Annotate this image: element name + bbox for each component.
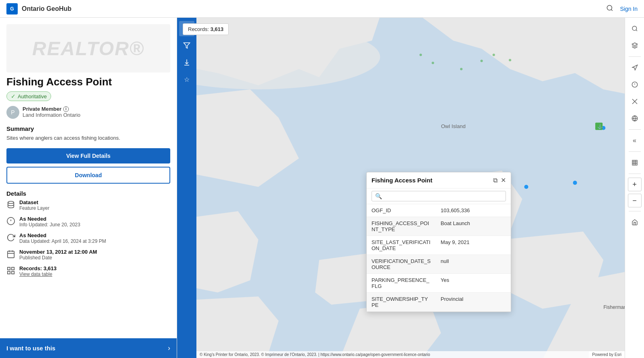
- detail-info-update-text: As Needed Info Updated: June 20, 2023: [19, 216, 80, 228]
- svg-point-39: [431, 62, 434, 64]
- member-avatar: P: [6, 106, 19, 119]
- summary-title: Summary: [6, 125, 170, 132]
- bookmark-toolbar-btn[interactable]: ☆: [179, 72, 194, 87]
- summary-section: Summary Sites where anglers can access f…: [6, 125, 170, 142]
- popup-key: FISHING_ACCESS_POINT_TYPE: [367, 217, 436, 236]
- layers-btn[interactable]: [627, 38, 642, 53]
- svg-point-0: [607, 5, 612, 10]
- chevron-right-icon: ›: [168, 344, 170, 352]
- svg-point-29: [573, 181, 577, 185]
- svg-marker-43: [632, 43, 637, 46]
- location-btn[interactable]: [627, 77, 642, 92]
- popup-close-icon[interactable]: ✕: [501, 176, 506, 184]
- table-btn[interactable]: [627, 155, 642, 170]
- popup-value: May 9, 2021: [436, 236, 511, 255]
- table-row: VERIFICATION_DATE_SOURCEnull: [367, 255, 511, 274]
- home-btn[interactable]: [627, 215, 642, 230]
- info-icon[interactable]: i: [63, 106, 69, 112]
- summary-text: Sites where anglers can access fishing l…: [6, 135, 170, 142]
- page-title: Fishing Access Point: [6, 76, 170, 88]
- records-badge-count: 3,613: [211, 26, 224, 32]
- map-toolbar-right: « + −: [625, 18, 644, 358]
- dataset-icon: [6, 200, 15, 209]
- divider3: [629, 151, 641, 152]
- popup-header: Fishing Access Point ⧉ ✕: [367, 172, 511, 188]
- filter-toolbar-btn[interactable]: [179, 38, 194, 53]
- svg-line-1: [611, 9, 613, 10]
- popup-value: Yes: [436, 274, 511, 293]
- search-right-btn[interactable]: [627, 21, 642, 36]
- table-row: PARKING_PRESENCE_FLGYes: [367, 274, 511, 293]
- watermark-text: REALTOR®: [32, 37, 144, 60]
- authoritative-label: Authoritative: [18, 93, 47, 99]
- map-toolbar-left: ℹ ☆: [177, 18, 196, 358]
- map-copyright: © King's Printer for Ontario, 2023. © Im…: [196, 351, 625, 358]
- records-badge: Records: 3,613: [183, 23, 229, 35]
- measure-btn[interactable]: [627, 94, 642, 109]
- popup-value: 103,605,336: [436, 204, 511, 217]
- divider5: [629, 211, 641, 211]
- draw-btn[interactable]: [627, 60, 642, 75]
- records-icon: [6, 266, 15, 275]
- popup-expand-icon[interactable]: ⧉: [493, 177, 497, 184]
- download-toolbar-btn[interactable]: [179, 55, 194, 70]
- zoom-out-btn[interactable]: −: [628, 194, 642, 207]
- popup-value: null: [436, 255, 511, 274]
- svg-point-36: [509, 59, 511, 61]
- svg-point-37: [460, 68, 462, 70]
- svg-point-34: [480, 60, 483, 62]
- calendar-icon: [6, 250, 15, 259]
- member-label: Private Member i: [23, 106, 80, 112]
- use-this-bar[interactable]: I want to use this ›: [0, 338, 177, 358]
- svg-point-35: [493, 54, 495, 56]
- detail-dataset: Dataset Feature Layer: [6, 199, 170, 211]
- table-row: FISHING_ACCESS_POINT_TYPEBoat Launch: [367, 217, 511, 236]
- detail-dataset-text: Dataset Feature Layer: [19, 199, 50, 211]
- svg-rect-13: [8, 271, 10, 274]
- popup-search: 🔍: [367, 188, 511, 204]
- svg-rect-11: [12, 267, 14, 270]
- download-button[interactable]: Download: [6, 167, 170, 184]
- view-full-details-button[interactable]: View Full Details: [6, 148, 170, 163]
- detail-published-text: November 13, 2012 at 12:00 AM Published …: [19, 249, 97, 261]
- header-left: G Ontario GeoHub: [6, 3, 72, 14]
- divider2: [629, 129, 641, 130]
- member-org: Land Information Ontario: [23, 112, 80, 118]
- powered-by: Powered by Esri: [589, 351, 625, 358]
- svg-rect-10: [8, 267, 10, 270]
- collapse-btn[interactable]: «: [627, 133, 642, 148]
- popup-search-icon: 🔍: [375, 193, 382, 199]
- details-title: Details: [6, 190, 170, 197]
- zoom-in-btn[interactable]: +: [628, 178, 642, 191]
- signin-button[interactable]: Sign In: [620, 6, 638, 12]
- sidebar-content: REALTOR® Fishing Access Point ✓ Authorit…: [0, 18, 177, 290]
- detail-published: November 13, 2012 at 12:00 AM Published …: [6, 249, 170, 261]
- data-update-icon: [6, 233, 15, 242]
- table-row: SITE_LAST_VERIFICATION_DATEMay 9, 2021: [367, 236, 511, 255]
- sidebar: REALTOR® Fishing Access Point ✓ Authorit…: [0, 18, 177, 358]
- popup-key: VERIFICATION_DATE_SOURCE: [367, 255, 436, 274]
- popup-value: Boat Launch: [436, 217, 511, 236]
- popup-value: Provincial: [436, 293, 511, 312]
- divider: [629, 56, 641, 57]
- search-icon[interactable]: [606, 4, 613, 13]
- table-row: SITE_OWNERSHIP_TYPEProvincial: [367, 293, 511, 312]
- detail-data-update-text: As Needed Data Updated: April 16, 2024 a…: [19, 232, 106, 244]
- site-title: Ontario GeoHub: [22, 5, 72, 12]
- use-this-label: I want to use this: [6, 345, 56, 352]
- table-row: OGF_ID103,605,336: [367, 204, 511, 217]
- svg-line-42: [636, 30, 637, 31]
- header: G Ontario GeoHub Sign In: [0, 0, 644, 18]
- basemap-btn[interactable]: [627, 111, 642, 126]
- svg-point-27: [524, 185, 528, 189]
- member-info: Private Member i Land Information Ontari…: [23, 106, 80, 118]
- popup-key: PARKING_PRESENCE_FLG: [367, 274, 436, 293]
- map-area[interactable]: Owl Island Fisherman's Island ⚓ ℹ: [177, 18, 644, 358]
- view-data-table-link[interactable]: View data table: [19, 271, 57, 277]
- info-update-icon: [6, 217, 15, 226]
- svg-marker-40: [184, 43, 190, 48]
- svg-rect-6: [8, 251, 14, 258]
- geohub-logo: G: [6, 3, 18, 14]
- popup-search-inner[interactable]: 🔍: [372, 191, 506, 201]
- feature-popup: Fishing Access Point ⧉ ✕ 🔍 OGF_ID103,605…: [366, 172, 511, 312]
